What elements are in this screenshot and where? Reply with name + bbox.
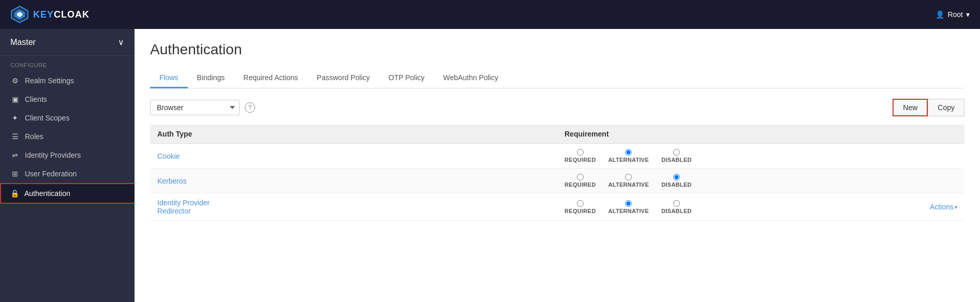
disabled-label: DISABLED bbox=[661, 157, 692, 163]
auth-type-cell: Kerberos bbox=[150, 169, 557, 193]
sidebar-item-label: Realm Settings bbox=[25, 77, 74, 85]
alternative-radio[interactable] bbox=[625, 200, 632, 207]
copy-button[interactable]: Copy bbox=[928, 99, 964, 116]
content-area: Authentication Flows Bindings Required A… bbox=[135, 29, 980, 302]
actions-dropdown[interactable]: Actions ▾ bbox=[930, 203, 957, 211]
tab-password-policy[interactable]: Password Policy bbox=[307, 68, 379, 88]
alternative-label: ALTERNATIVE bbox=[608, 208, 649, 214]
auth-name: Cookie bbox=[157, 152, 180, 160]
disabled-radio-group: DISABLED bbox=[661, 200, 692, 214]
realm-selector[interactable]: Master ∨ bbox=[0, 29, 135, 56]
user-label: Root bbox=[947, 10, 963, 19]
sidebar-item-client-scopes[interactable]: ✦ Client Scopes bbox=[0, 109, 135, 127]
sidebar-item-roles[interactable]: ☰ Roles bbox=[0, 127, 135, 146]
user-menu[interactable]: 👤 Root ▾ bbox=[936, 10, 970, 19]
brand-text: KEYCLOAK bbox=[33, 9, 90, 20]
user-icon: 👤 bbox=[936, 10, 944, 19]
main-layout: Master ∨ Configure ⚙ Realm Settings ▣ Cl… bbox=[0, 29, 980, 302]
user-chevron-icon: ▾ bbox=[966, 10, 970, 19]
tab-otp-policy[interactable]: OTP Policy bbox=[379, 68, 434, 88]
alternative-label: ALTERNATIVE bbox=[608, 157, 649, 163]
toolbar: Browser Direct Grant Registration Reset … bbox=[150, 99, 964, 116]
disabled-radio[interactable] bbox=[673, 174, 680, 180]
table-header: Auth Type Requirement bbox=[150, 125, 964, 144]
required-label: REQUIRED bbox=[565, 208, 596, 214]
new-button[interactable]: New bbox=[893, 99, 928, 116]
client-scopes-icon: ✦ bbox=[10, 114, 20, 122]
sidebar-item-label: Authentication bbox=[24, 189, 70, 198]
roles-icon: ☰ bbox=[10, 132, 20, 141]
sidebar-item-label: User Federation bbox=[25, 170, 77, 178]
brand-suffix: CLOAK bbox=[54, 9, 90, 20]
realm-name: Master bbox=[10, 38, 36, 47]
required-radio-group: REQUIRED bbox=[565, 174, 596, 188]
sidebar-item-label: Clients bbox=[25, 95, 47, 103]
sidebar-item-realm-settings[interactable]: ⚙ Realm Settings bbox=[0, 71, 135, 90]
required-label: REQUIRED bbox=[565, 182, 596, 188]
table-row: Cookie REQUIRED ALTERNATIVE bbox=[150, 144, 964, 169]
sidebar-item-identity-providers[interactable]: ⇌ Identity Providers bbox=[0, 146, 135, 164]
requirement-cell: REQUIRED ALTERNATIVE DISABLED bbox=[557, 169, 964, 193]
toolbar-left: Browser Direct Grant Registration Reset … bbox=[150, 100, 255, 115]
authentication-icon: 🔒 bbox=[10, 189, 19, 198]
auth-type-cell: Identity ProviderRedirector bbox=[150, 193, 557, 221]
actions-link: Actions bbox=[930, 203, 954, 211]
table-row: Identity ProviderRedirector REQUIRED bbox=[150, 193, 964, 221]
sidebar-item-user-federation[interactable]: ⊞ User Federation bbox=[0, 164, 135, 183]
navbar: KEYCLOAK 👤 Root ▾ bbox=[0, 0, 980, 29]
alternative-label: ALTERNATIVE bbox=[608, 182, 649, 188]
tab-flows[interactable]: Flows bbox=[150, 68, 188, 88]
actions-caret-icon: ▾ bbox=[955, 204, 957, 210]
auth-type-cell: Cookie bbox=[150, 144, 557, 169]
required-radio[interactable] bbox=[577, 200, 584, 207]
configure-section-label: Configure bbox=[0, 56, 135, 71]
auth-table: Auth Type Requirement Cookie REQUIRED bbox=[150, 125, 964, 221]
requirement-cell: REQUIRED ALTERNATIVE DISABLED bbox=[557, 144, 964, 169]
user-federation-icon: ⊞ bbox=[10, 170, 20, 178]
sidebar-item-label: Roles bbox=[25, 132, 43, 141]
sidebar-item-clients[interactable]: ▣ Clients bbox=[0, 90, 135, 109]
required-radio[interactable] bbox=[577, 149, 584, 156]
auth-name: Identity ProviderRedirector bbox=[157, 199, 210, 215]
required-label: REQUIRED bbox=[565, 157, 596, 163]
sidebar-item-label: Identity Providers bbox=[25, 151, 81, 159]
brand: KEYCLOAK bbox=[10, 5, 90, 24]
realm-settings-icon: ⚙ bbox=[10, 77, 20, 85]
disabled-radio-group: DISABLED bbox=[661, 174, 692, 188]
requirement-cell: REQUIRED ALTERNATIVE DISABLED bbox=[557, 193, 964, 221]
required-radio-group: REQUIRED bbox=[565, 200, 596, 214]
alternative-radio[interactable] bbox=[625, 149, 632, 156]
disabled-label: DISABLED bbox=[661, 182, 692, 188]
required-radio[interactable] bbox=[577, 174, 584, 180]
keycloak-logo-icon bbox=[10, 5, 29, 24]
clients-icon: ▣ bbox=[10, 95, 20, 103]
tab-required-actions[interactable]: Required Actions bbox=[234, 68, 307, 88]
tab-bindings[interactable]: Bindings bbox=[188, 68, 234, 88]
table-body: Cookie REQUIRED ALTERNATIVE bbox=[150, 144, 964, 221]
col-requirement: Requirement bbox=[557, 125, 964, 144]
flow-selector[interactable]: Browser Direct Grant Registration Reset … bbox=[150, 100, 240, 115]
sidebar-item-authentication[interactable]: 🔒 Authentication bbox=[0, 183, 135, 204]
alternative-radio[interactable] bbox=[625, 174, 632, 180]
tabs: Flows Bindings Required Actions Password… bbox=[150, 68, 964, 88]
sidebar-item-label: Client Scopes bbox=[25, 114, 69, 122]
disabled-radio[interactable] bbox=[673, 149, 680, 156]
col-auth-type: Auth Type bbox=[150, 125, 557, 144]
sidebar: Master ∨ Configure ⚙ Realm Settings ▣ Cl… bbox=[0, 29, 135, 302]
table-row: Kerberos REQUIRED ALTERNATIVE bbox=[150, 169, 964, 193]
disabled-label: DISABLED bbox=[661, 208, 692, 214]
alternative-radio-group: ALTERNATIVE bbox=[608, 174, 649, 188]
toolbar-right: New Copy bbox=[893, 99, 964, 116]
page-title: Authentication bbox=[150, 41, 964, 58]
help-icon[interactable]: ? bbox=[245, 102, 255, 113]
identity-providers-icon: ⇌ bbox=[10, 151, 20, 159]
disabled-radio[interactable] bbox=[673, 200, 680, 207]
realm-chevron-icon: ∨ bbox=[118, 37, 124, 47]
brand-prefix: KEY bbox=[33, 9, 54, 20]
tab-webauthn-policy[interactable]: WebAuthn Policy bbox=[434, 68, 508, 88]
alternative-radio-group: ALTERNATIVE bbox=[608, 149, 649, 163]
disabled-radio-group: DISABLED bbox=[661, 149, 692, 163]
auth-name: Kerberos bbox=[157, 177, 187, 185]
alternative-radio-group: ALTERNATIVE bbox=[608, 200, 649, 214]
required-radio-group: REQUIRED bbox=[565, 149, 596, 163]
